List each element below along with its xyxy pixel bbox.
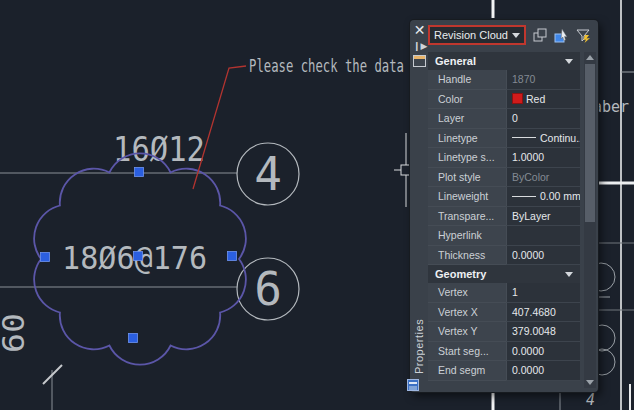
object-type-value: Revision Cloud: [434, 29, 508, 41]
properties-window-icon: [407, 379, 419, 391]
property-row-vertex-x[interactable]: Vertex X 407.4680: [428, 303, 580, 323]
lineweight-sample-line: [512, 196, 536, 197]
annotation-leader-line: [193, 66, 246, 189]
property-row-vertex-y[interactable]: Vertex Y 379.0048: [428, 322, 580, 342]
chevron-down-icon: [565, 59, 573, 64]
properties-palette: ✕ ❙▶ Properties Revision Cloud: [410, 20, 598, 392]
quick-select-icon[interactable]: [574, 27, 591, 44]
grip-right[interactable]: [228, 252, 237, 261]
annotation-text: Please check the data: [249, 55, 404, 76]
crosshair-cursor: [394, 133, 411, 207]
background-text-number: 4: [586, 391, 595, 409]
property-row-color[interactable]: Color Red: [428, 90, 580, 110]
autocad-viewport: 4 6 16Ø12 18Ø6@176 60 Please check the d…: [0, 0, 634, 410]
palette-title: Properties: [413, 298, 425, 374]
scroll-down-icon[interactable]: [586, 380, 594, 385]
color-swatch: [512, 93, 523, 104]
detail-bubble-6-number: 6: [254, 262, 282, 316]
palette-menu-icon[interactable]: [413, 55, 426, 67]
object-type-dropdown[interactable]: Revision Cloud: [428, 25, 526, 45]
property-row-handle[interactable]: Handle 1870: [428, 70, 580, 90]
property-row-vertex[interactable]: Vertex 1: [428, 283, 580, 303]
property-row-transparency[interactable]: Transpare... ByLayer: [428, 207, 580, 227]
property-row-end-segment[interactable]: End segm 0.0000: [428, 361, 580, 381]
scrollbar[interactable]: [584, 52, 596, 388]
close-icon[interactable]: ✕: [412, 23, 427, 38]
scroll-up-icon[interactable]: [586, 55, 594, 60]
property-row-lineweight[interactable]: Lineweight 0.00 mm: [428, 187, 580, 207]
property-row-linetype-scale[interactable]: Linetype s... 1.0000: [428, 148, 580, 168]
grip-bottom[interactable]: [129, 334, 138, 343]
scrollbar-thumb[interactable]: [585, 64, 595, 222]
property-row-start-segment[interactable]: Start seg... 0.0000: [428, 342, 580, 362]
section-header-geometry[interactable]: Geometry: [428, 265, 580, 283]
dimension-label-60: 60: [0, 313, 31, 353]
auto-hide-icon[interactable]: ❙▶: [413, 41, 427, 51]
property-row-plot-style[interactable]: Plot style ByColor: [428, 168, 580, 188]
chevron-down-icon: [565, 272, 573, 277]
grip-center[interactable]: [134, 252, 143, 261]
linetype-sample-line: [512, 137, 536, 138]
property-row-layer[interactable]: Layer 0: [428, 109, 580, 129]
property-list: General Handle 1870 Color Red Layer 0 Li…: [428, 52, 580, 388]
property-row-thickness[interactable]: Thickness 0.0000: [428, 246, 580, 266]
property-row-hyperlink[interactable]: Hyperlink: [428, 226, 580, 246]
select-objects-icon[interactable]: [553, 27, 570, 44]
grip-left[interactable]: [41, 253, 50, 262]
rebar-label-top: 16Ø12: [113, 129, 205, 169]
background-text-right: aber: [593, 98, 629, 116]
chevron-down-icon: [512, 33, 520, 38]
section-header-general[interactable]: General: [428, 52, 580, 70]
palette-title-bar[interactable]: ✕ ❙▶ Properties: [410, 20, 428, 392]
grip-top[interactable]: [135, 168, 144, 177]
dimension-tick: [43, 365, 62, 410]
property-row-linetype[interactable]: Linetype Continu...: [428, 129, 580, 149]
detail-bubble-4-number: 4: [254, 147, 282, 201]
toggle-pickadd-icon[interactable]: [532, 27, 549, 44]
